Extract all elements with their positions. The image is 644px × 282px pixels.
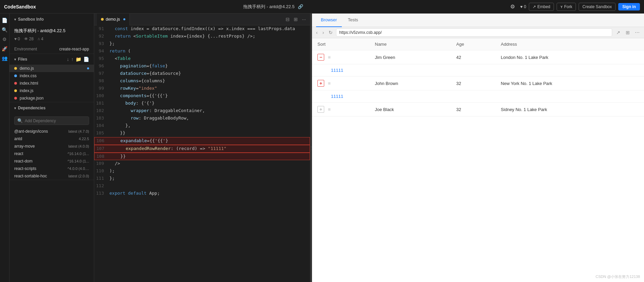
cell-sort-john: + ≡	[312, 77, 370, 90]
tab-browser[interactable]: Browser	[316, 14, 342, 27]
expand-content-john: 11111	[312, 90, 644, 103]
url-bar[interactable]	[336, 28, 612, 37]
code-line-104: 104 },	[94, 122, 310, 130]
topbar: CodeSandbox 拖拽手柄列 - antd@4.22.5 🔗 ⚙ ♥ 0 …	[0, 0, 644, 14]
file-item-demjs[interactable]: demo.js	[9, 65, 94, 72]
more-browser-icon[interactable]: ⋯	[633, 28, 641, 37]
expand-row-jim: 11111	[312, 64, 644, 77]
files-chevron-icon: ▾	[14, 58, 16, 61]
sidebar: ▾ Sandbox Info 拖拽手柄列 - antd@4.22.5 ♥ 0 👁…	[9, 14, 94, 282]
cell-age-jim: 42	[451, 50, 496, 64]
watermark: CSDN @小张在努力12138	[596, 274, 640, 279]
sandbox-meta: ♥ 0 👁 28 ⑃ 4	[9, 35, 94, 45]
file-item-indexjs[interactable]: index.js	[9, 87, 94, 94]
code-editor[interactable]: 91 const index = dataSource.findIndex((x…	[94, 25, 310, 282]
expand-button-john[interactable]: +	[317, 80, 324, 87]
right-panel-tabs: Browser Tests	[312, 14, 644, 27]
forks-count: ⑃ 4	[38, 37, 43, 41]
create-sandbox-button[interactable]: Create Sandbox	[579, 3, 616, 11]
dep-search-icon: 🔍	[17, 118, 23, 123]
file-new-file-icon[interactable]: 📄	[83, 57, 89, 62]
dependencies-section: ▾ Dependencies 🔍 @ant-design/icons lates…	[9, 102, 94, 180]
signin-button[interactable]: Sign in	[618, 3, 640, 10]
likes-count: ♥ 0	[14, 37, 20, 41]
expand-row-john: 11111	[312, 90, 644, 103]
file-type-icon	[14, 97, 17, 100]
browser-toolbar: ‹ › ↻ ↗ ⊞ ⋯	[312, 27, 644, 38]
file-new-folder-icon[interactable]: 📁	[76, 57, 81, 62]
col-name: Name	[370, 38, 451, 50]
back-button[interactable]: ‹	[315, 29, 319, 36]
tab-tests[interactable]: Tests	[343, 14, 363, 27]
col-sort: Sort	[312, 38, 370, 50]
env-row: Environment create-react-app	[9, 45, 94, 53]
split-vertical-icon[interactable]: ⊞	[292, 16, 299, 23]
code-line-102: 102 wrapper: DraggableContainer,	[94, 107, 310, 115]
tab-demjs[interactable]: demo.js	[97, 14, 130, 25]
chevron-down-icon: ▾	[14, 18, 16, 21]
forward-button[interactable]: ›	[321, 29, 326, 36]
logo: CodeSandbox	[4, 4, 36, 9]
code-line-100: 100 components={{'{{'}	[94, 92, 310, 100]
code-line-112: 112	[94, 182, 310, 190]
split-horizontal-icon[interactable]: ⊟	[284, 16, 291, 23]
sidebar-file-icon[interactable]: 📄	[1, 16, 9, 24]
dep-search-input[interactable]	[25, 118, 86, 123]
code-line-95: 95 <Table	[94, 55, 310, 63]
settings-icon[interactable]: ⚙	[508, 2, 517, 12]
icon-bar: 📄 🔍 ⚙ 🚀 👥	[0, 14, 9, 282]
file-item-packagejson[interactable]: package.json	[9, 94, 94, 102]
code-line-92: 92 return <SortableItem index={index} {.…	[94, 33, 310, 40]
dep-react-dom: react-dom ^16.14.0 (1...	[9, 157, 94, 165]
fork-icon: ʏ	[560, 4, 563, 9]
code-line-93: 93 };	[94, 40, 310, 48]
file-upload-icon[interactable]: ↑	[71, 57, 74, 62]
more-options-icon[interactable]: ···	[300, 16, 307, 23]
code-line-107: 107 expandedRowRender: (record) => "1111…	[94, 145, 310, 153]
expand-button-jim[interactable]: −	[317, 54, 324, 61]
refresh-button[interactable]: ↻	[327, 29, 334, 36]
code-line-111: 111 };	[94, 175, 310, 182]
external-link-icon[interactable]: ↗	[614, 28, 622, 37]
file-type-icon	[14, 67, 17, 70]
drag-handle-jim[interactable]: ≡	[328, 55, 331, 60]
deps-chevron-icon: ▾	[14, 106, 16, 110]
expand-content-jim: 11111	[312, 64, 644, 77]
files-header: ▾ Files ↓ ↑ 📁 📄	[9, 54, 94, 65]
code-line-110: 110 );	[94, 168, 310, 175]
sidebar-search-icon[interactable]: 🔍	[1, 26, 9, 34]
cell-age-john: 32	[451, 77, 496, 90]
drag-handle-john[interactable]: ≡	[328, 81, 331, 86]
file-type-icon	[14, 89, 17, 92]
sidebar-deploy-icon[interactable]: 🚀	[1, 45, 9, 53]
cell-address-john: New York No. 1 Lake Park	[495, 77, 644, 90]
code-line-106: 106 expandable={{'{{'}	[94, 137, 310, 145]
file-type-icon	[14, 74, 17, 77]
deps-header[interactable]: ▾ Dependencies	[9, 102, 94, 114]
col-age: Age	[451, 38, 496, 50]
cell-name-joe: Joe Black	[370, 103, 451, 116]
dep-react-sortable-hoc: react-sortable-hoc latest (2.0.0)	[9, 172, 94, 180]
expand-button-joe[interactable]: +	[317, 106, 324, 113]
cell-name-john: John Brown	[370, 77, 451, 90]
code-line-108: 108 }}	[94, 153, 310, 160]
js-file-icon	[101, 18, 104, 21]
file-item-indexhtml[interactable]: index.html	[9, 80, 94, 87]
embed-button[interactable]: ↗ Embed	[529, 3, 554, 11]
split-view-icon[interactable]: ⊞	[624, 28, 632, 37]
cell-address-jim: London No. 1 Lake Park	[495, 50, 644, 64]
file-item-indexcss[interactable]: index.css	[9, 72, 94, 80]
sidebar-people-icon[interactable]: 👥	[1, 54, 9, 62]
dep-react-scripts: react-scripts ^4.0.0 (4.0....	[9, 165, 94, 172]
cell-address-joe: Sidney No. 1 Lake Park	[495, 103, 644, 116]
code-line-101: 101 body: {'{'}	[94, 100, 310, 107]
sidebar-settings-icon[interactable]: ⚙	[1, 35, 9, 43]
code-line-96: 96 pagination={false}	[94, 63, 310, 70]
cell-age-joe: 32	[451, 103, 496, 116]
file-type-icon	[14, 82, 17, 85]
fork-button[interactable]: ʏ Fork	[557, 3, 576, 11]
drag-handle-joe[interactable]: ≡	[328, 107, 331, 112]
sandbox-info-header[interactable]: ▾ Sandbox Info	[9, 14, 94, 25]
file-download-icon[interactable]: ↓	[67, 57, 69, 62]
dep-array-move: array-move latest (4.0.0)	[9, 143, 94, 150]
